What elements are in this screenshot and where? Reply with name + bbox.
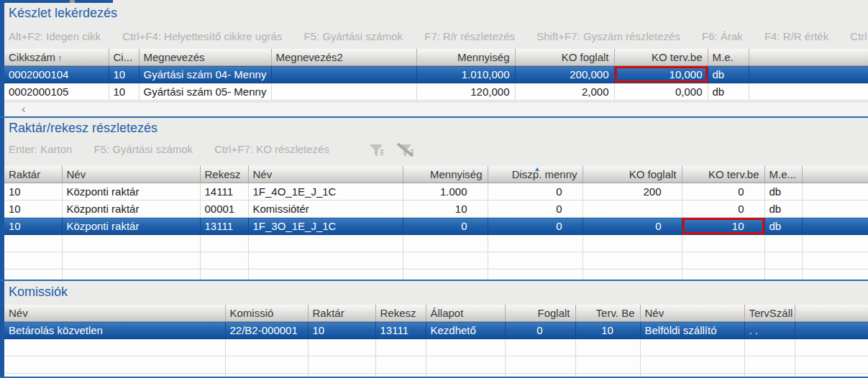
empty-cell	[4, 356, 225, 374]
cell-diszp-menny: 0	[488, 200, 583, 218]
empty-cell	[200, 252, 248, 269]
empty-cell	[62, 252, 200, 269]
cell-ko-tervbe: 0	[682, 183, 764, 200]
empty-cell	[225, 356, 308, 374]
empty-row	[4, 269, 868, 280]
shortcut-helyettesito: Ctrl+F4: Helyettesítő cikkre ugrás	[122, 30, 282, 42]
highlighted-cell-ko-tervbe: 10,000	[614, 66, 708, 83]
col-header-raktar[interactable]: Raktár	[4, 166, 62, 183]
cell-nev: Központi raktár	[62, 218, 200, 235]
col-header-ko-foglalt[interactable]: KO foglalt	[583, 166, 682, 183]
stock-header-row: Cikkszám↑ Ci... Megnevezés Megnevezés2 M…	[4, 49, 868, 66]
empty-cell	[795, 356, 868, 374]
cell-megnevezes2	[271, 83, 416, 101]
cell-raktar: 10	[308, 322, 375, 339]
filter-icon[interactable]	[368, 143, 385, 159]
table-row[interactable]: 0002000105 10 Gyártási szám 05- Menny 12…	[4, 83, 868, 101]
col-header-megnevezes[interactable]: Megnevezés	[139, 49, 271, 66]
cell-ko-foglalt: 0	[583, 218, 682, 235]
col-header-filler	[749, 49, 868, 66]
empty-cell	[488, 235, 583, 252]
panel2-shortcut-bar: Enter: Karton F5: Gyártási számok Ctrl+F…	[9, 143, 348, 155]
table-row-selected[interactable]: 0002000104 10 Gyártási szám 04- Menny 1.…	[4, 66, 868, 83]
col-header-me[interactable]: M.e...	[764, 166, 802, 183]
col-header-nev[interactable]: Név	[62, 166, 200, 183]
clear-filter-icon[interactable]	[397, 143, 416, 159]
scroll-left-icon[interactable]: ‹	[22, 102, 26, 116]
empty-cell	[4, 235, 62, 252]
col-header-rekesz[interactable]: Rekesz	[200, 166, 248, 183]
table-row[interactable]: 10 Központi raktár 00001 Komissiótér 10 …	[4, 200, 868, 218]
cell-me: db	[708, 66, 749, 83]
cell-terv-be: 10	[575, 322, 640, 339]
empty-cell	[682, 269, 764, 280]
cell-nev2: Belföldi szállító	[640, 322, 744, 339]
col-header-nev[interactable]: Név	[4, 305, 225, 322]
col-header-rekesz[interactable]: Rekesz	[375, 305, 426, 322]
filler-cell	[802, 218, 868, 235]
col-header-raktar[interactable]: Raktár	[308, 305, 375, 322]
table-row[interactable]: 10 Központi raktár 14111 1F_4O_1E_J_1C 1…	[4, 183, 868, 200]
horizontal-scrollbar[interactable]: ‹	[4, 102, 868, 116]
cell-rekesz: 00001	[200, 200, 248, 218]
col-header-foglalt[interactable]: Foglalt	[505, 305, 575, 322]
empty-cell	[682, 252, 764, 269]
panel-divider	[0, 116, 868, 118]
col-header-ci[interactable]: Ci...	[109, 49, 139, 66]
empty-cell	[505, 356, 575, 374]
empty-cell	[426, 339, 505, 356]
cell-ci: 10	[109, 83, 139, 101]
col-header-ko-tervbe[interactable]: KO terv.be	[614, 49, 708, 66]
col-header-komissio[interactable]: Komissió	[225, 305, 308, 322]
window-top-edge	[75, 0, 113, 3]
col-header-megnevezes2[interactable]: Megnevezés2	[271, 49, 416, 66]
table-row-selected[interactable]: 10 Központi raktár 13111 1F_3O_1E_J_1C 0…	[4, 218, 868, 235]
empty-cell	[744, 339, 795, 356]
empty-cell	[62, 269, 200, 280]
cell-allapot: Kezdhető	[426, 322, 505, 339]
filler-cell	[749, 66, 868, 83]
col-header-allapot[interactable]: Állapot	[426, 305, 505, 322]
empty-cell	[583, 269, 682, 280]
panel1-title: Készlet lekérdezés	[9, 6, 117, 21]
col-header-ko-foglalt[interactable]: KO foglalt	[515, 49, 614, 66]
cell-megnevezes: Gyártási szám 05- Menny	[139, 83, 271, 101]
col-header-me[interactable]: M.e.	[708, 49, 749, 66]
window-top-edge	[0, 0, 70, 3]
cell-nev: Betárolás közvetlen	[4, 322, 225, 339]
empty-cell	[4, 269, 62, 280]
col-header-tervszall[interactable]: TervSzáll	[744, 305, 795, 322]
shortcut-gyartasi-szamok: F5: Gyártási számok	[304, 30, 403, 42]
shortcut-ko-reszletezes: Ctrl+F7: KO részletezés	[214, 143, 329, 155]
cell-nev2: 1F_4O_1E_J_1C	[248, 183, 403, 200]
sort-asc-mini-icon: ▲	[534, 166, 541, 172]
empty-cell	[4, 339, 225, 356]
cell-nev2: Komissiótér	[248, 200, 403, 218]
col-header-terv-be[interactable]: Terv. Be	[575, 305, 640, 322]
cell-me: db	[764, 183, 802, 200]
shortcut-rr-ertek: F4: R/R érték	[764, 30, 828, 42]
empty-cell	[795, 339, 868, 356]
col-header-mennyiseg[interactable]: Mennyiség	[416, 49, 515, 66]
col-header-mennyiseg[interactable]: Mennyiség	[403, 166, 488, 183]
empty-cell	[375, 356, 426, 374]
empty-row	[4, 235, 868, 252]
highlighted-cell-ko-tervbe: 10	[682, 218, 764, 235]
commission-header-row: Név Komissió Raktár Rekesz Állapot Fogla…	[4, 305, 868, 322]
col-header-ko-tervbe[interactable]: KO terv.be	[682, 166, 764, 183]
shortcut-idegen-cikk: Alt+F2: Idegen cikk	[9, 30, 101, 42]
shortcut-rr-reszletezes: F7: R/r részletezés	[424, 30, 515, 42]
table-row-selected[interactable]: Betárolás közvetlen 22/B2-000001 10 1311…	[4, 322, 868, 339]
cell-me: db	[708, 83, 749, 101]
empty-cell	[802, 252, 868, 269]
cell-komissio: 22/B2-000001	[225, 322, 308, 339]
cell-ko-foglalt: 2,000	[515, 83, 614, 101]
col-header-cikkszam[interactable]: Cikkszám↑	[4, 49, 109, 66]
col-header-nev2[interactable]: Név	[248, 166, 403, 183]
empty-cell	[764, 235, 802, 252]
col-header-diszp-menny[interactable]: Diszp. menny▲	[488, 166, 583, 183]
cell-mennyiseg: 0	[403, 218, 488, 235]
stock-table: Cikkszám↑ Ci... Megnevezés Megnevezés2 M…	[4, 49, 868, 101]
cell-raktar: 10	[4, 200, 62, 218]
col-header-nev2[interactable]: Név	[640, 305, 744, 322]
